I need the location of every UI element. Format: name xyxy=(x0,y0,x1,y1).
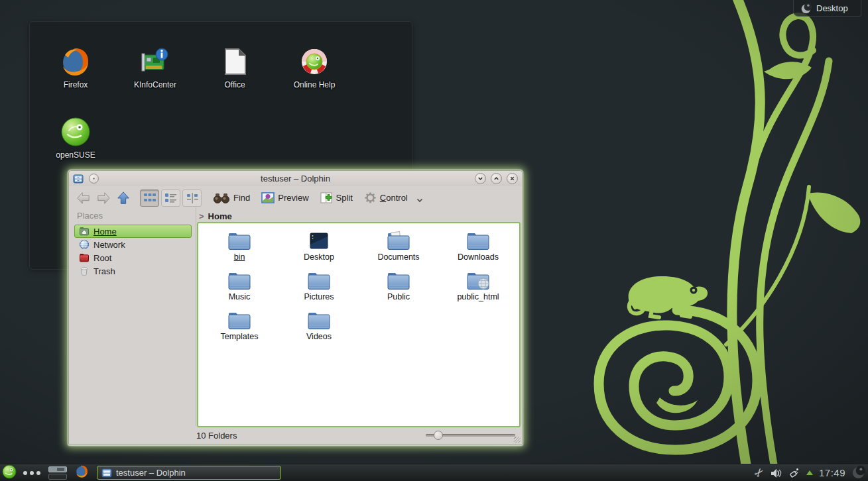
details-view-button[interactable] xyxy=(161,189,180,207)
kickoff-launcher-button[interactable] xyxy=(2,464,17,481)
window-title: testuser – Dolphin xyxy=(69,174,522,184)
place-label: Network xyxy=(93,240,125,250)
online-help-icon xyxy=(298,46,330,78)
desktop-icon-label: Firefox xyxy=(36,80,115,89)
taskbar-panel: testuser – Dolphin ✂ 17:49 xyxy=(0,464,868,481)
desktop-toolbox[interactable]: Desktop xyxy=(793,0,861,17)
folder-name: Pictures xyxy=(279,292,359,301)
desktop-icon-online-help[interactable]: Online Help xyxy=(275,46,353,89)
window-buttons xyxy=(475,173,518,184)
device-notifier-icon[interactable] xyxy=(788,467,800,479)
breadcrumb[interactable]: > Home xyxy=(199,209,232,223)
desktop-icon-label: KInfoCenter xyxy=(116,80,194,89)
folder-name: public_html xyxy=(438,292,518,301)
folder-item-documents[interactable]: Documents xyxy=(359,229,438,267)
folder-name: Desktop xyxy=(279,252,359,262)
tray-expand-arrow[interactable] xyxy=(806,470,813,475)
folder-icon xyxy=(227,271,251,291)
place-root[interactable]: Root xyxy=(74,251,192,264)
folder-item-templates[interactable]: Templates xyxy=(200,308,279,347)
kinfocenter-icon xyxy=(139,46,171,78)
dolphin-app-icon xyxy=(73,174,84,184)
folder-name: bin xyxy=(200,252,279,262)
titlebar[interactable]: testuser – Dolphin xyxy=(69,171,522,186)
zoom-slider[interactable] xyxy=(426,434,515,437)
pager-desktop-1[interactable] xyxy=(48,466,67,472)
desktop-icon-kinfocenter[interactable]: KInfoCenter xyxy=(116,46,194,89)
place-home[interactable]: Home xyxy=(74,225,192,238)
breadcrumb-chevron: > xyxy=(199,211,204,221)
folder-item-public[interactable]: Public xyxy=(359,268,438,307)
desktop-icon-office[interactable]: Office xyxy=(196,46,274,89)
icons-view-icon xyxy=(143,192,156,204)
up-arrow-icon xyxy=(116,191,131,205)
office-icon xyxy=(219,46,251,78)
folder-item-downloads[interactable]: Downloads xyxy=(438,229,518,267)
desktop: Desktop Firefox KInfoCent xyxy=(0,0,868,481)
place-label: Trash xyxy=(93,266,115,276)
control-label: Control xyxy=(380,193,408,203)
status-summary: 10 Folders xyxy=(196,431,237,441)
desktop-pager[interactable] xyxy=(48,466,67,480)
main-toolbar: Find Preview Split xyxy=(69,186,522,209)
firefox-icon xyxy=(60,46,92,78)
taskbar-entry-dolphin[interactable]: testuser – Dolphin xyxy=(97,466,281,480)
pager-desktop-2[interactable] xyxy=(48,474,67,480)
desktop-icon-firefox[interactable]: Firefox xyxy=(36,46,115,89)
preview-button[interactable]: Preview xyxy=(261,192,308,203)
place-label: Root xyxy=(93,253,111,263)
breadcrumb-location[interactable]: Home xyxy=(208,211,232,221)
digital-clock[interactable]: 17:49 xyxy=(819,467,845,478)
firefox-icon xyxy=(75,464,89,478)
back-button[interactable] xyxy=(75,189,92,207)
up-button[interactable] xyxy=(115,189,132,207)
task-label: testuser – Dolphin xyxy=(116,468,186,478)
activity-dots-widget[interactable] xyxy=(23,471,40,475)
folder-name: Documents xyxy=(359,252,438,262)
network-globe-icon xyxy=(79,239,90,250)
split-button[interactable]: Split xyxy=(320,192,353,203)
zoom-slider-handle[interactable] xyxy=(434,431,443,440)
resize-grip[interactable] xyxy=(514,437,521,443)
firefox-launcher[interactable] xyxy=(75,464,89,481)
columns-view-button[interactable] xyxy=(182,189,202,207)
chevron-down-icon xyxy=(416,198,423,203)
icons-view-button[interactable] xyxy=(140,189,159,207)
panel-cashew-icon[interactable] xyxy=(851,466,865,480)
folder-item-videos[interactable]: Videos xyxy=(279,308,359,347)
volume-icon[interactable] xyxy=(770,467,782,479)
minimize-button[interactable] xyxy=(475,173,486,184)
folder-item-public-html[interactable]: public_html xyxy=(438,268,518,307)
folder-view[interactable]: bin Desktop Documents xyxy=(197,222,521,427)
preview-image-icon xyxy=(261,192,275,203)
window-menu-button[interactable] xyxy=(89,174,99,184)
folder-item-desktop[interactable]: Desktop xyxy=(279,229,359,267)
maximize-button[interactable] xyxy=(491,173,502,184)
places-panel: Places Home Network xyxy=(72,207,196,426)
control-button[interactable]: Control xyxy=(364,191,423,204)
places-header: Places xyxy=(72,209,196,225)
place-label: Home xyxy=(93,227,117,237)
folder-item-bin[interactable]: bin xyxy=(200,229,279,267)
klipper-clipboard-icon[interactable]: ✂ xyxy=(751,464,767,480)
binoculars-icon xyxy=(213,193,230,203)
place-trash[interactable]: Trash xyxy=(74,264,192,278)
folder-item-music[interactable]: Music xyxy=(200,268,279,307)
folder-name: Videos xyxy=(279,332,359,341)
status-bar: 10 Folders xyxy=(69,426,522,445)
close-button[interactable] xyxy=(507,173,518,184)
desktop-icon-opensuse[interactable]: openSUSE xyxy=(36,116,115,160)
folder-name: Downloads xyxy=(438,252,518,262)
folder-name: Music xyxy=(200,292,279,301)
back-arrow-icon xyxy=(76,191,91,205)
toolbox-label: Desktop xyxy=(816,3,848,13)
split-label: Split xyxy=(336,193,353,203)
gear-icon xyxy=(364,191,377,204)
cashew-icon xyxy=(800,3,812,14)
folder-item-pictures[interactable]: Pictures xyxy=(279,268,359,307)
system-tray: ✂ 17:49 xyxy=(755,466,868,480)
place-network[interactable]: Network xyxy=(74,238,192,251)
forward-arrow-icon xyxy=(96,191,111,205)
find-button[interactable]: Find xyxy=(213,193,250,203)
forward-button[interactable] xyxy=(95,189,112,207)
